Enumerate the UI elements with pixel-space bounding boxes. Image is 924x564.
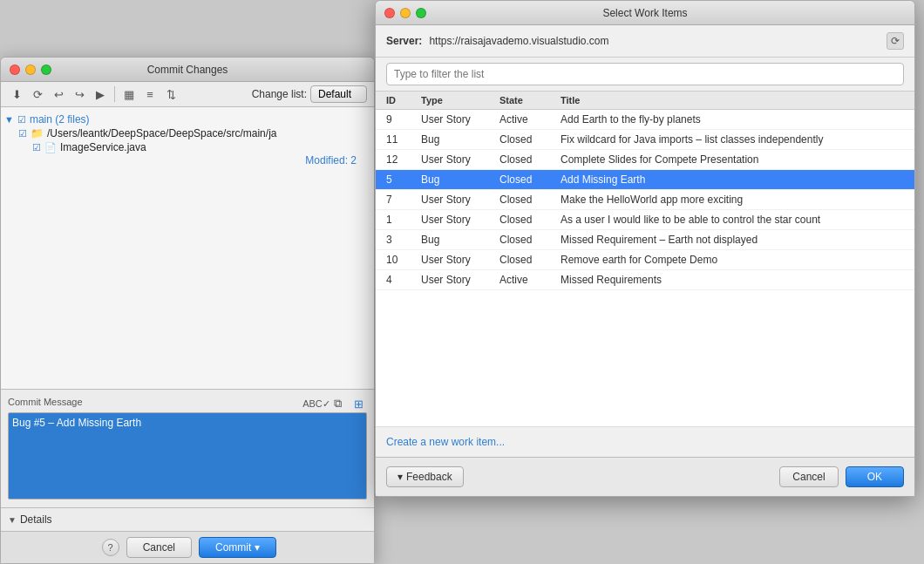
cell-id: 9 (386, 112, 421, 126)
filter-input[interactable] (386, 63, 904, 85)
cell-id: 1 (386, 213, 421, 227)
cell-title: Fix wildcard for Java imports – list cla… (561, 133, 904, 146)
cell-state: Active (499, 273, 561, 287)
server-url: https://raisajavademo.visualstudio.com (429, 35, 608, 47)
tree-path-item[interactable]: ☑ 📁 /Users/leantk/DeepSpace/DeepSpace/sr… (4, 126, 370, 140)
changelist-select[interactable]: Default (310, 85, 367, 103)
cell-title: Make the HelloWorld app more exciting (561, 193, 904, 207)
table-row[interactable]: 5 Bug Closed Add Missing Earth (376, 170, 914, 190)
help-button[interactable]: ? (102, 539, 119, 556)
folder-icon: 📁 (31, 127, 44, 139)
cell-type: Bug (421, 133, 499, 146)
cell-title: Add Earth to the fly-by planets (561, 112, 904, 126)
changelist-label: Change list: (252, 88, 307, 100)
select-work-items-dialog: Select Work Items Server: https://raisaj… (375, 0, 915, 497)
cell-state: Closed (499, 253, 561, 267)
cell-type: Bug (421, 173, 499, 187)
cell-type: User Story (421, 273, 499, 287)
ok-button[interactable]: OK (846, 466, 904, 487)
commit-titlebar: Commit Changes (1, 58, 374, 82)
filter-row (376, 58, 914, 92)
details-label: Details (20, 513, 52, 526)
table-row[interactable]: 11 Bug Closed Fix wildcard for Java impo… (376, 130, 914, 150)
feedback-arrow-icon: ▾ (397, 471, 403, 483)
commit-arrow-icon: ▾ (255, 541, 260, 554)
cell-title: Missed Requirements (561, 273, 904, 287)
cell-state: Closed (499, 173, 561, 187)
cell-id: 7 (386, 193, 421, 207)
copy-icon[interactable]: ⧉ (329, 395, 346, 412)
tree-file-item[interactable]: ☑ 📄 ImageService.java (4, 140, 370, 154)
cell-title: As a user I would like to be able to con… (561, 213, 904, 227)
sort-icon[interactable]: ⇅ (162, 85, 180, 103)
cell-id: 4 (386, 273, 421, 287)
redo-icon[interactable]: ↪ (71, 85, 88, 103)
commit-button[interactable]: Commit ▾ (199, 537, 276, 558)
cell-title: Add Missing Earth (561, 173, 904, 187)
dialog-titlebar: Select Work Items (376, 1, 914, 25)
table-row[interactable]: 9 User Story Active Add Earth to the fly… (376, 110, 914, 130)
cell-type: Bug (421, 233, 499, 247)
cell-state: Closed (499, 193, 561, 207)
col-type: Type (421, 95, 499, 105)
table-row[interactable]: 3 Bug Closed Missed Requirement – Earth … (376, 230, 914, 250)
maximize-button[interactable] (41, 65, 51, 75)
server-row: Server: https://raisajavademo.visualstud… (376, 25, 914, 58)
close-button[interactable] (10, 65, 20, 75)
tree-root[interactable]: ▼ ☑ main (2 files) (4, 112, 370, 126)
checkbox-icon[interactable]: ▼ (4, 114, 14, 125)
table-body: 9 User Story Active Add Earth to the fly… (376, 110, 914, 290)
check-icon: ☑ (18, 128, 27, 139)
cell-id: 10 (386, 253, 421, 267)
table-row[interactable]: 1 User Story Closed As a user I would li… (376, 210, 914, 230)
col-id: ID (386, 95, 421, 105)
server-label: Server: (386, 35, 422, 47)
feedback-label: Feedback (406, 471, 452, 483)
work-items-table: ID Type State Title 9 User Story Active … (376, 92, 914, 426)
cell-state: Closed (499, 133, 561, 146)
dialog-bottom-bar: ▾ Feedback Cancel OK (376, 457, 914, 496)
table-row[interactable]: 10 User Story Closed Remove earth for Co… (376, 250, 914, 270)
dialog-actions: Cancel OK (779, 466, 904, 487)
create-work-item-link[interactable]: Create a new work item... (376, 426, 914, 457)
commit-toolbar: ⬇ ⟳ ↩ ↪ ▶ ▦ ≡ ⇅ Change list: Default (1, 82, 374, 107)
cell-type: User Story (421, 253, 499, 267)
cell-title: Remove earth for Compete Demo (561, 253, 904, 267)
table-row[interactable]: 12 User Story Closed Complete Slides for… (376, 150, 914, 170)
list-icon[interactable]: ≡ (141, 85, 159, 103)
commit-tree: ▼ ☑ main (2 files) ☑ 📁 /Users/leantk/Dee… (1, 107, 374, 389)
check-icon: ☑ (32, 142, 41, 153)
update-icon[interactable]: ⬇ (8, 85, 25, 103)
dialog-close-button[interactable] (384, 8, 395, 18)
minimize-button[interactable] (25, 65, 36, 75)
commit-window: Commit Changes ⬇ ⟳ ↩ ↪ ▶ ▦ ≡ ⇅ Change li… (0, 57, 375, 564)
table-row[interactable]: 7 User Story Closed Make the HelloWorld … (376, 190, 914, 210)
undo-icon[interactable]: ↩ (50, 85, 67, 103)
cancel-button[interactable]: Cancel (126, 537, 192, 558)
table-row[interactable]: 4 User Story Active Missed Requirements (376, 270, 914, 290)
commit-bottom-bar: ? Cancel Commit ▾ (1, 531, 374, 563)
commit-message-input[interactable]: Bug #5 – Add Missing Earth (8, 412, 367, 499)
spellcheck-icon[interactable]: ABC✓ (308, 395, 325, 412)
col-state: State (499, 95, 561, 105)
server-refresh-icon[interactable]: ⟳ (887, 32, 904, 50)
path-label: /Users/leantk/DeepSpace/DeepSpace/src/ma… (47, 127, 276, 139)
dialog-minimize-button[interactable] (400, 8, 411, 18)
dialog-maximize-button[interactable] (416, 8, 426, 18)
run-icon[interactable]: ▶ (92, 85, 109, 103)
commit-details-section[interactable]: ▼ Details (1, 507, 374, 531)
dialog-cancel-button[interactable]: Cancel (779, 466, 838, 487)
cell-type: User Story (421, 153, 499, 166)
cell-type: User Story (421, 112, 499, 126)
link-icon[interactable]: ⊞ (350, 395, 367, 412)
cell-type: User Story (421, 213, 499, 227)
java-file-icon: 📄 (44, 142, 57, 153)
cell-id: 3 (386, 233, 421, 247)
cell-id: 12 (386, 153, 421, 166)
dialog-title: Select Work Items (602, 7, 687, 19)
check-icon[interactable]: ☑ (17, 114, 26, 126)
feedback-button[interactable]: ▾ Feedback (386, 466, 464, 487)
refresh-icon[interactable]: ⟳ (29, 85, 46, 103)
view-icon[interactable]: ▦ (120, 85, 138, 103)
details-arrow-icon: ▼ (8, 515, 17, 525)
